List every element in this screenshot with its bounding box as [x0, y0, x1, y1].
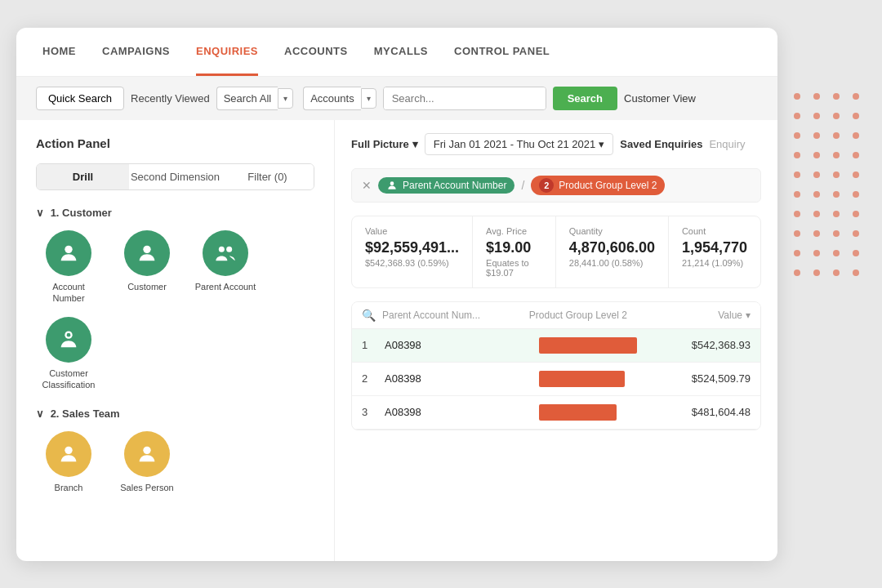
sales-person-icon: [136, 443, 158, 466]
table-row[interactable]: 3 A08398 $481,604.48: [352, 396, 760, 430]
stat-quantity: Quantity 4,870,606.00 28,441.00 (0.58%): [556, 216, 669, 287]
row1-bar-wrap: [539, 337, 662, 354]
section-sales-header[interactable]: ∨ 2. Sales Team: [36, 408, 314, 420]
branch-icon-circle: [46, 431, 91, 477]
row2-account: A08398: [385, 372, 532, 385]
col-value-header[interactable]: Value ▾: [653, 310, 751, 321]
full-picture-caret: ▾: [412, 138, 418, 150]
branch-label: Branch: [55, 482, 83, 493]
accounts-dropdown: Accounts ▾: [303, 87, 376, 110]
stat-value-sub: $542,368.93 (0.59%): [365, 258, 459, 268]
icon-item-customer[interactable]: Customer: [114, 230, 180, 305]
date-range-caret: ▾: [599, 138, 604, 150]
icon-item-customer-classification[interactable]: CustomerClassification: [36, 317, 101, 391]
full-picture-button[interactable]: Full Picture ▾: [351, 138, 418, 150]
breadcrumb-person-icon: [386, 180, 398, 191]
stat-avg-price-sub: Equates to $19.07: [486, 258, 542, 278]
search-button[interactable]: Search: [553, 87, 617, 110]
col-product-header: Product Group Level 2: [529, 310, 646, 321]
nav-mycalls[interactable]: MYCALLS: [374, 29, 428, 76]
stat-avg-price-amount: $19.00: [486, 239, 542, 256]
table-header: 🔍 Parent Account Num... Product Group Le…: [352, 302, 760, 329]
nav-enquiries[interactable]: ENQUIRIES: [196, 29, 258, 76]
row3-value: $481,604.48: [669, 406, 751, 418]
breadcrumb-slash: /: [521, 179, 524, 192]
recently-viewed-button[interactable]: Recently Viewed: [131, 92, 210, 105]
col-parent-header: Parent Account Num...: [382, 310, 523, 321]
nav-control-panel[interactable]: CONTROL PANEL: [454, 29, 550, 76]
row3-bar-wrap: [539, 404, 662, 421]
icon-item-account-number[interactable]: AccountNumber: [36, 230, 101, 305]
search-input[interactable]: [384, 87, 546, 109]
svg-point-3: [226, 246, 232, 252]
table-row[interactable]: 2 A08398 $524,509.79: [352, 363, 760, 396]
data-table: 🔍 Parent Account Num... Product Group Le…: [351, 301, 761, 430]
svg-point-1: [143, 245, 150, 252]
dot-grid-decoration: [777, 28, 866, 561]
section-sales-caret: ∨: [36, 408, 44, 420]
icon-item-branch[interactable]: Branch: [36, 431, 101, 493]
icon-item-sales-person[interactable]: Sales Person: [114, 431, 180, 493]
accounts-caret[interactable]: ▾: [361, 88, 376, 109]
stat-count: Count 1,954,770 21,214 (1.09%): [669, 216, 760, 287]
row1-value: $542,368.93: [669, 339, 751, 351]
section-customer-header[interactable]: ∨ 1. Customer: [36, 207, 314, 219]
enquiry-button[interactable]: Enquiry: [709, 138, 745, 150]
nav-home[interactable]: HOME: [42, 29, 76, 76]
stat-quantity-label: Quantity: [569, 226, 655, 236]
search-all-caret[interactable]: ▾: [278, 88, 293, 109]
accounts-label: Accounts: [303, 87, 360, 110]
row1-account: A08398: [385, 339, 532, 351]
parent-account-icon-circle: [203, 230, 248, 276]
breadcrumb-chip2-num: 2: [539, 178, 554, 193]
sales-person-label: Sales Person: [120, 482, 173, 493]
icon-item-parent-account[interactable]: Parent Account: [193, 230, 258, 305]
stat-quantity-sub: 28,441.00 (0.58%): [569, 258, 655, 268]
stat-value: Value $92,559,491... $542,368.93 (0.59%): [352, 216, 473, 287]
stat-count-sub: 21,214 (1.09%): [682, 258, 747, 268]
row1-num: 1: [362, 339, 378, 351]
breadcrumb-chip-1[interactable]: Parent Account Number: [378, 177, 514, 194]
customer-classification-icon-circle: [46, 317, 91, 363]
sales-person-icon-circle: [124, 431, 170, 477]
svg-point-2: [219, 246, 225, 252]
row3-account: A08398: [385, 406, 532, 418]
section-customer-caret: ∨: [36, 207, 44, 219]
sales-icon-grid: Branch Sales Person: [36, 431, 314, 493]
row2-value: $524,509.79: [669, 372, 751, 385]
section-customer-label: 1. Customer: [51, 207, 112, 219]
tab-filter[interactable]: Filter (0): [221, 164, 314, 189]
tab-row: Drill Second Dimension Filter (0): [36, 163, 314, 190]
breadcrumb-chip-2[interactable]: 2 Product Group Level 2: [531, 176, 665, 195]
row2-bar: [539, 371, 625, 387]
breadcrumb-close-icon[interactable]: ✕: [362, 179, 372, 192]
stats-row: Value $92,559,491... $542,368.93 (0.59%)…: [351, 216, 761, 288]
left-panel: Action Panel Drill Second Dimension Filt…: [16, 120, 335, 561]
nav-campaigns[interactable]: CAMPAIGNS: [102, 29, 170, 76]
date-range-button[interactable]: Fri Jan 01 2021 - Thu Oct 21 2021 ▾: [425, 133, 614, 155]
row2-num: 2: [362, 372, 378, 385]
full-picture-label: Full Picture: [351, 138, 409, 150]
customer-classification-icon: [57, 328, 80, 351]
svg-point-8: [390, 181, 394, 185]
account-number-label: AccountNumber: [52, 281, 85, 305]
stat-quantity-amount: 4,870,606.00: [569, 239, 655, 256]
tab-second-dimension[interactable]: Second Dimension: [129, 164, 221, 189]
customer-classification-label: CustomerClassification: [42, 368, 96, 391]
svg-point-5: [67, 333, 71, 337]
right-top-bar: Full Picture ▾ Fri Jan 01 2021 - Thu Oct…: [351, 133, 761, 155]
breadcrumb-chip1-label: Parent Account Number: [403, 180, 506, 191]
table-search-icon[interactable]: 🔍: [362, 309, 376, 322]
search-all-label: Search All: [216, 87, 278, 110]
saved-enquiries-button[interactable]: Saved Enquiries: [620, 138, 702, 150]
parent-account-group-icon: [214, 242, 237, 265]
stat-value-amount: $92,559,491...: [365, 239, 459, 256]
row3-num: 3: [362, 406, 378, 418]
nav-accounts[interactable]: ACCOUNTS: [284, 29, 348, 76]
tab-drill[interactable]: Drill: [37, 164, 129, 189]
quick-search-button[interactable]: Quick Search: [36, 87, 124, 110]
customer-view-button[interactable]: Customer View: [624, 92, 696, 105]
search-bar: Quick Search Recently Viewed Search All …: [16, 77, 777, 120]
table-row[interactable]: 1 A08398 $542,368.93: [352, 329, 760, 363]
search-all-dropdown: Search All ▾: [216, 87, 294, 110]
